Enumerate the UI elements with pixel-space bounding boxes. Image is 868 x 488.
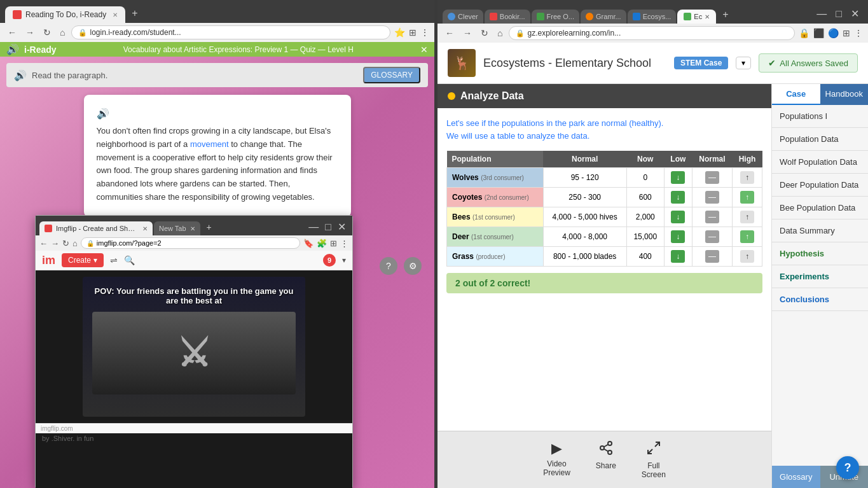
iready-speaker[interactable]: 🔊 xyxy=(6,43,19,55)
forward-btn[interactable]: → xyxy=(23,26,37,39)
dropdown-chevron-btn[interactable]: ▾ xyxy=(736,57,751,69)
imgflip-min-btn[interactable]: — xyxy=(306,219,321,235)
analyze-desc-link[interactable]: analyze xyxy=(527,131,555,141)
right-forward-btn[interactable]: → xyxy=(460,27,474,39)
right-tab-freeo[interactable]: Free O... xyxy=(532,10,579,24)
right-ext2[interactable]: ⬛ xyxy=(813,28,824,38)
coyotes-down-btn[interactable]: ↓ xyxy=(671,191,685,204)
right-min-btn[interactable]: — xyxy=(813,4,830,24)
right-tab-ecosys[interactable]: Ecosys... xyxy=(628,10,677,24)
right-url-box[interactable]: 🔒 gz.explorelearning.com/in... xyxy=(509,26,795,40)
glossary-button[interactable]: GLOSSARY xyxy=(363,67,420,83)
bees-up-btn[interactable]: ↑ xyxy=(740,211,754,223)
refresh-btn[interactable]: ↻ xyxy=(41,26,53,39)
imgflip-search-icon[interactable]: 🔍 xyxy=(124,255,135,265)
coyotes-mid-btn[interactable]: — xyxy=(692,188,732,207)
coyotes-high-btn[interactable]: ↑ xyxy=(732,188,762,207)
sidebar-item-data-summary[interactable]: Data Summary xyxy=(772,220,868,242)
sidebar-item-bee-population-data[interactable]: Bee Population Data xyxy=(772,197,868,220)
right-menu-btn[interactable]: ⋮ xyxy=(854,28,863,38)
movement-link[interactable]: movement xyxy=(190,139,229,149)
text-speaker-icon[interactable]: 🔊 xyxy=(97,108,338,120)
imgflip-url-box[interactable]: 🔒 imgflip.com/?page=2 xyxy=(81,237,300,249)
bees-mid-btn[interactable]: — xyxy=(692,207,732,227)
imgflip-tab2-close[interactable]: ✕ xyxy=(190,225,195,232)
right-back-btn[interactable]: ← xyxy=(443,27,457,39)
deer-mid-btn[interactable]: — xyxy=(692,227,732,247)
imgflip-tab-close[interactable]: ✕ xyxy=(142,225,148,232)
right-home-btn[interactable]: ⌂ xyxy=(495,27,505,39)
right-tab-bookir[interactable]: Bookir... xyxy=(485,10,530,24)
right-ext4[interactable]: ⊞ xyxy=(843,28,850,38)
new-tab-icon[interactable]: + xyxy=(132,8,137,19)
right-tab-clever[interactable]: Clever xyxy=(443,10,483,24)
wolves-low-btn[interactable]: ↓ xyxy=(664,168,692,188)
deer-up-btn[interactable]: ↑ xyxy=(740,230,754,243)
bees-low-btn[interactable]: ↓ xyxy=(664,207,692,227)
grass-low-btn[interactable]: ↓ xyxy=(664,247,692,267)
sidebar-item-wolf-population-data[interactable]: Wolf Population Data xyxy=(772,151,868,174)
imgflip-close-btn[interactable]: ✕ xyxy=(335,218,348,235)
imgflip-home-btn[interactable]: ⌂ xyxy=(72,239,78,248)
imgflip-ext2[interactable]: 🧩 xyxy=(317,239,327,248)
grass-mid-btn2[interactable]: — xyxy=(705,250,719,263)
imgflip-new-tab-btn[interactable]: + xyxy=(202,219,217,235)
share-btn[interactable]: Share xyxy=(596,440,616,479)
grass-up-btn[interactable]: ↑ xyxy=(740,250,754,263)
deer-mid-btn2[interactable]: — xyxy=(705,230,719,243)
back-btn[interactable]: ← xyxy=(5,26,19,39)
home-btn[interactable]: ⌂ xyxy=(57,26,67,39)
sidebar-item-hypothesis[interactable]: Hypothesis xyxy=(772,242,868,265)
imgflip-ext1[interactable]: 🔖 xyxy=(303,239,313,248)
right-new-tab-btn[interactable]: + xyxy=(717,6,733,24)
bees-mid-btn2[interactable]: — xyxy=(705,211,719,223)
help-float-btn[interactable]: ? xyxy=(836,456,859,479)
right-ext3[interactable]: 🔵 xyxy=(828,28,839,38)
sidebar-item-conclusions[interactable]: Conclusions xyxy=(772,288,868,311)
ext-icon-1[interactable]: ⭐ xyxy=(394,27,405,38)
deer-down-btn[interactable]: ↓ xyxy=(671,230,685,243)
right-close-btn[interactable]: ✕ xyxy=(847,4,863,24)
wolves-mid-btn[interactable]: — xyxy=(692,168,732,188)
right-max-btn[interactable]: □ xyxy=(832,4,846,24)
left-url-box[interactable]: 🔒 login.i-ready.com/student... xyxy=(71,25,390,39)
right-refresh-btn[interactable]: ↻ xyxy=(478,27,491,39)
deer-low-btn[interactable]: ↓ xyxy=(664,227,692,247)
wolves-high-btn[interactable]: ↑ xyxy=(732,168,762,188)
read-speaker-icon[interactable]: 🔊 xyxy=(14,69,27,81)
right-ext1[interactable]: 🔒 xyxy=(799,28,809,38)
wolves-mid-btn[interactable]: — xyxy=(705,171,719,184)
coyotes-mid-btn2[interactable]: — xyxy=(705,191,719,204)
imgflip-create-btn[interactable]: Create ▾ xyxy=(62,253,104,267)
fullscreen-btn[interactable]: FullScreen xyxy=(642,440,666,479)
left-tab-iready[interactable]: Reading To Do, i-Ready ✕ xyxy=(5,6,125,23)
sidebar-item-deer-population-data[interactable]: Deer Population Data xyxy=(772,174,868,197)
badge-dropdown-icon[interactable]: ▾ xyxy=(342,256,346,265)
shuffle-icon[interactable]: ⇌ xyxy=(110,255,118,265)
iready-close-btn[interactable]: ✕ xyxy=(420,45,428,55)
coyotes-low-btn[interactable]: ↓ xyxy=(664,188,692,207)
grass-down-btn[interactable]: ↓ xyxy=(671,250,685,263)
imgflip-refresh-btn[interactable]: ↻ xyxy=(62,239,69,248)
imgflip-ext3[interactable]: ⊞ xyxy=(330,239,337,248)
left-tab-close[interactable]: ✕ xyxy=(113,11,118,18)
wolves-down-btn[interactable]: ↓ xyxy=(671,171,685,184)
imgflip-forward-btn[interactable]: → xyxy=(51,239,59,248)
deer-high-btn[interactable]: ↑ xyxy=(732,227,762,247)
wolves-up-btn[interactable]: ↑ xyxy=(740,171,754,184)
sidebar-item-population-data[interactable]: Population Data xyxy=(772,128,868,151)
coyotes-up-btn[interactable]: ↑ xyxy=(740,191,754,204)
menu-btn[interactable]: ⋮ xyxy=(420,27,429,38)
bees-high-btn[interactable]: ↑ xyxy=(732,207,762,227)
sidebar-item-experiments[interactable]: Experiments xyxy=(772,265,868,288)
imgflip-ext4[interactable]: ⋮ xyxy=(340,239,348,248)
ext-icon-2[interactable]: ⊞ xyxy=(409,27,417,38)
gear-btn[interactable]: ⚙ xyxy=(404,257,422,275)
sidebar-glossary-btn[interactable]: Glossary xyxy=(772,466,820,488)
tab-handbook[interactable]: Handbook xyxy=(820,84,869,105)
grass-high-btn[interactable]: ↑ xyxy=(732,247,762,267)
ec-tab-close[interactable]: ✕ xyxy=(705,13,710,20)
tab-case[interactable]: Case xyxy=(772,84,820,105)
imgflip-max-btn[interactable]: □ xyxy=(322,219,334,235)
help-circle-btn[interactable]: ? xyxy=(380,257,397,275)
